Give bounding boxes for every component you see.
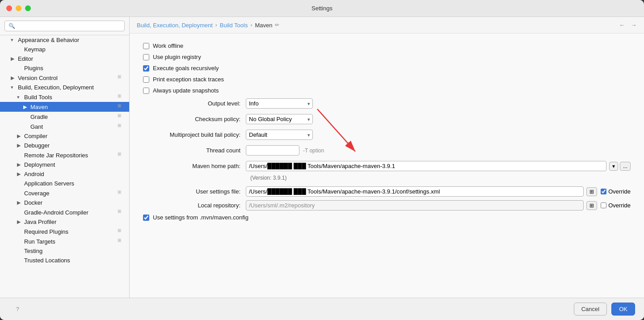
checksum-wrapper: No Global Policy Fail Warn Ignore [246, 114, 313, 124]
sidebar-item-maven[interactable]: ▶ Maven ⊞ [0, 102, 129, 112]
breadcrumb-sep: › [215, 22, 217, 28]
maven-version: (Version: 3.9.1) [246, 175, 631, 181]
sidebar-item-label: Java Profiler [24, 219, 125, 225]
search-input[interactable] [4, 21, 125, 31]
user-settings-input[interactable] [246, 186, 584, 197]
checksum-policy-select[interactable]: No Global Policy Fail Warn Ignore [246, 114, 313, 124]
sidebar-item-java-profiler[interactable]: ▶ Java Profiler [0, 217, 129, 227]
breadcrumb-build-tools[interactable]: Build Tools [220, 22, 248, 29]
main-panel: Build, Execution, Deployment › Build Too… [130, 17, 644, 298]
output-level-control: Info Debug Warning Error [246, 98, 631, 109]
local-repo-override-checkbox[interactable] [601, 202, 606, 208]
checksum-policy-control: No Global Policy Fail Warn Ignore [246, 114, 631, 124]
sidebar-scroll: ▾ Appearance & Behavior Keymap ▶ Editor … [0, 35, 129, 298]
work-offline-checkbox[interactable] [143, 43, 149, 49]
local-repo-label: Local repository: [143, 202, 246, 209]
sidebar-item-label: Deployment [24, 161, 125, 168]
sidebar-item-editor[interactable]: ▶ Editor [0, 54, 129, 63]
plugin-registry-label: Use plugin registry [153, 54, 201, 60]
print-exception-checkbox[interactable] [143, 76, 149, 83]
execute-goals-checkbox[interactable] [143, 65, 149, 72]
local-repo-browse-button[interactable]: ⊞ [586, 201, 597, 210]
window-controls [6, 5, 31, 11]
sidebar-item-android[interactable]: ▶ Android [0, 169, 129, 179]
sidebar-item-label: Appearance & Behavior [18, 37, 125, 43]
output-level-select[interactable]: Info Debug Warning Error [246, 98, 313, 109]
sidebar-item-appearance[interactable]: ▾ Appearance & Behavior [0, 35, 129, 45]
maven-home-label: Maven home path: [143, 163, 246, 169]
always-update-checkbox[interactable] [143, 88, 149, 94]
user-settings-override-checkbox[interactable] [601, 189, 606, 194]
sidebar-item-label: Gradle-Android Compiler [24, 209, 118, 216]
sidebar-item-required-plugins[interactable]: Required Plugins ⊞ [0, 227, 129, 236]
sidebar-item-build-exec[interactable]: ▾ Build, Execution, Deployment [0, 83, 129, 92]
sidebar-item-remote-jar[interactable]: Remote Jar Repositories ⊞ [0, 150, 129, 160]
print-exception-label: Print exception stack traces [153, 76, 224, 83]
sidebar-item-coverage[interactable]: Coverage ⊞ [0, 188, 129, 198]
plugin-registry-checkbox[interactable] [143, 54, 149, 60]
help-icon[interactable]: ? [16, 306, 19, 312]
sidebar-item-gant[interactable]: Gant ⊞ [0, 122, 129, 131]
window-title: Settings [311, 5, 333, 12]
back-arrow[interactable]: ← [619, 21, 625, 29]
arrow-icon: ▶ [23, 104, 29, 110]
ok-button[interactable]: OK [611, 303, 635, 316]
maven-home-dropdown-button[interactable]: ▾ [609, 162, 618, 171]
multiproject-policy-select[interactable]: Default Never Always At End [246, 130, 313, 140]
indicator-icon: ⊞ [118, 123, 125, 130]
sidebar-item-label: Gradle [30, 114, 118, 120]
sidebar-item-label: Build Tools [24, 94, 118, 101]
sidebar-item-app-servers[interactable]: Application Servers [0, 179, 129, 188]
local-repo-input[interactable] [246, 200, 584, 211]
sidebar-item-label: Editor [18, 55, 125, 62]
multiproject-policy-control: Default Never Always At End [246, 130, 631, 140]
sidebar-item-compiler[interactable]: ▶ Compiler [0, 131, 129, 141]
sidebar-item-label: Plugins [24, 65, 125, 72]
user-settings-browse-button[interactable]: ⊞ [586, 187, 597, 196]
sidebar-item-deployment[interactable]: ▶ Deployment [0, 160, 129, 169]
sidebar-item-run-targets[interactable]: Run Targets ⊞ [0, 236, 129, 246]
use-settings-checkbox[interactable] [143, 215, 149, 221]
close-button[interactable] [6, 5, 12, 11]
maven-home-browse-button[interactable]: ... [620, 162, 631, 171]
work-offline-row: Work offline [143, 42, 631, 49]
sidebar-item-build-tools[interactable]: ▾ Build Tools ⊞ [0, 92, 129, 102]
edit-icon[interactable]: ✏ [275, 22, 279, 28]
breadcrumb-sep: › [250, 22, 252, 28]
minimize-button[interactable] [16, 5, 21, 11]
sidebar-item-docker[interactable]: ▶ Docker [0, 198, 129, 207]
sidebar-item-keymap[interactable]: Keymap [0, 45, 129, 54]
user-settings-override-label: Override [608, 188, 631, 195]
thread-count-input[interactable] [246, 145, 299, 156]
settings-window: Settings ▾ Appearance & Behavior Keymap [0, 0, 644, 320]
indicator-icon: ⊞ [118, 152, 125, 159]
footer: ? Cancel OK [0, 298, 644, 320]
sidebar-item-label: Version Control [18, 75, 118, 81]
sidebar: ▾ Appearance & Behavior Keymap ▶ Editor … [0, 17, 130, 298]
sidebar-item-plugins[interactable]: Plugins [0, 63, 129, 73]
work-offline-label: Work offline [153, 42, 183, 49]
multiproject-policy-label: Multiproject build fail policy: [143, 131, 246, 138]
indicator-icon: ⊞ [118, 189, 125, 197]
sidebar-item-debugger[interactable]: ▶ Debugger [0, 141, 129, 150]
indicator-icon: ⊞ [118, 113, 125, 120]
thread-count-row: Thread count -T option [143, 145, 631, 156]
sidebar-item-version-control[interactable]: ▶ Version Control ⊞ [0, 73, 129, 83]
arrow-icon: ▶ [17, 200, 23, 206]
multiproject-wrapper: Default Never Always At End [246, 130, 313, 140]
arrow-icon: ▾ [11, 37, 17, 43]
sidebar-item-testing[interactable]: Testing [0, 246, 129, 256]
sidebar-item-label: Application Servers [24, 180, 125, 187]
sidebar-item-trusted-locations[interactable]: Trusted Locations [0, 256, 129, 265]
forward-arrow[interactable]: → [631, 21, 637, 29]
maven-home-input[interactable] [246, 161, 606, 171]
sidebar-item-gradle-android[interactable]: Gradle-Android Compiler ⊞ [0, 207, 129, 217]
cancel-button[interactable]: Cancel [574, 303, 607, 316]
maven-home-row: Maven home path: ▾ ... [143, 161, 631, 171]
sidebar-item-gradle[interactable]: Gradle ⊞ [0, 112, 129, 122]
checksum-policy-row: Checksum policy: No Global Policy Fail W… [143, 114, 631, 124]
breadcrumb-build-exec[interactable]: Build, Execution, Deployment [137, 22, 213, 29]
always-update-label: Always update snapshots [153, 87, 219, 94]
maximize-button[interactable] [25, 5, 31, 11]
user-settings-override-group: Override [601, 188, 631, 195]
